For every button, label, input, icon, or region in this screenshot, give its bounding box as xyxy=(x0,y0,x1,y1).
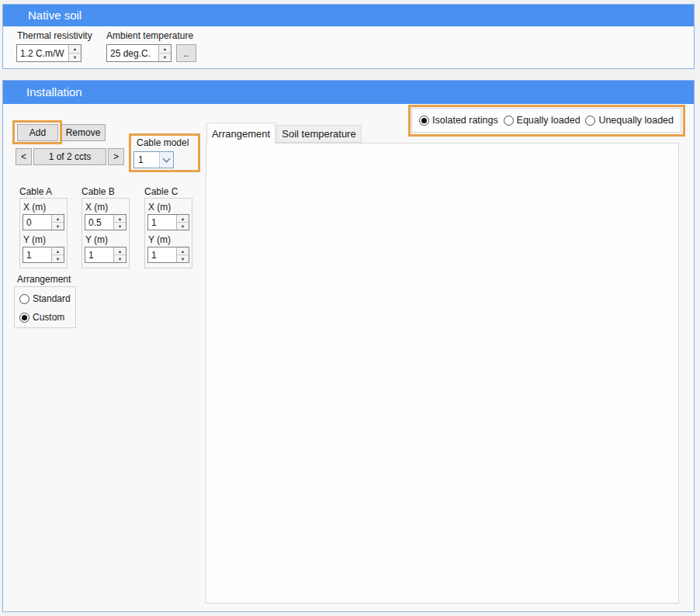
ambient-temperature-value[interactable]: 25 deg.C. xyxy=(107,45,158,61)
cable-b-y-value[interactable]: 1 xyxy=(85,247,113,262)
arrangement-groupbox: Standard Custom xyxy=(14,286,76,328)
circuit-counter[interactable]: 1 of 2 ccts xyxy=(33,148,106,165)
native-soil-title: Native soil xyxy=(3,9,81,22)
cable-model-value: 1 xyxy=(134,152,159,168)
radio-icon[interactable] xyxy=(585,116,595,126)
cable-a-column: Cable A X (m) 0 ▲▼ Y (m) 1 ▲▼ xyxy=(19,186,68,268)
cable-a-x-label: X (m) xyxy=(23,202,64,213)
arrangement-standard-radio[interactable]: Standard xyxy=(19,293,71,304)
arrangement-label: Arrangement xyxy=(17,274,71,285)
cable-c-name: Cable C xyxy=(144,186,192,197)
cable-b-x-value[interactable]: 0.5 xyxy=(85,215,113,230)
radio-selected-icon[interactable] xyxy=(19,313,29,323)
radio-icon[interactable] xyxy=(504,116,514,126)
app-window: Native soil Thermal resistivity 1.2 C.m/… xyxy=(0,0,700,616)
cable-a-y-spinbox[interactable]: 1 ▲▼ xyxy=(23,247,64,263)
unequally-loaded-label: Unequally loaded xyxy=(598,115,674,126)
spin-up-icon[interactable]: ▲ xyxy=(159,45,171,54)
radio-selected-icon[interactable] xyxy=(419,116,429,126)
standard-radio-label: Standard xyxy=(33,293,71,304)
ambient-temperature-spinbox[interactable]: 25 deg.C. ▲▼ xyxy=(106,44,172,62)
spin-up-icon[interactable]: ▲ xyxy=(177,247,189,255)
installation-title: Installation xyxy=(3,85,82,99)
cable-a-x-spinbox[interactable]: 0 ▲▼ xyxy=(23,214,64,230)
add-button[interactable]: Add xyxy=(17,124,58,141)
cable-a-y-value[interactable]: 1 xyxy=(23,247,51,262)
spinner-buttons: ▲▼ xyxy=(68,45,81,61)
spin-up-icon[interactable]: ▲ xyxy=(177,215,189,223)
spin-down-icon[interactable]: ▼ xyxy=(177,223,189,230)
tab-arrangement[interactable]: Arrangement xyxy=(206,123,275,144)
spin-up-icon[interactable]: ▲ xyxy=(52,247,64,255)
spin-down-icon[interactable]: ▼ xyxy=(159,54,171,61)
spin-down-icon[interactable]: ▼ xyxy=(69,54,81,61)
cable-c-column: Cable C X (m) 1 ▲▼ Y (m) 1 ▲▼ xyxy=(144,186,192,268)
custom-radio-label: Custom xyxy=(33,312,64,323)
spin-down-icon[interactable]: ▼ xyxy=(177,255,189,262)
equally-loaded-radio[interactable]: Equally loaded xyxy=(504,115,580,126)
cable-c-y-spinbox[interactable]: 1 ▲▼ xyxy=(147,247,189,263)
next-circuit-button[interactable]: > xyxy=(108,148,124,165)
thermal-resistivity-label: Thermal resistivity xyxy=(17,30,92,41)
spinner-buttons: ▲▼ xyxy=(113,215,126,230)
cable-model-dropdown[interactable]: 1 xyxy=(133,151,174,168)
spinner-buttons: ▲▼ xyxy=(158,45,171,61)
isolated-ratings-label: Isolated ratings xyxy=(432,115,498,126)
cable-c-x-label: X (m) xyxy=(148,202,189,213)
cable-c-x-spinbox[interactable]: 1 ▲▼ xyxy=(147,214,189,230)
spinner-buttons: ▲▼ xyxy=(51,215,64,230)
spinner-buttons: ▲▼ xyxy=(113,247,126,262)
prev-circuit-button[interactable]: < xyxy=(16,148,32,165)
arrangement-custom-radio[interactable]: Custom xyxy=(19,312,71,323)
cable-model-label: Cable model xyxy=(137,137,189,148)
spinner-buttons: ▲▼ xyxy=(176,247,189,262)
installation-header: Installation xyxy=(3,81,694,104)
cable-b-box: X (m) 0.5 ▲▼ Y (m) 1 ▲▼ xyxy=(81,198,130,268)
equally-loaded-label: Equally loaded xyxy=(517,115,580,126)
radio-icon[interactable] xyxy=(19,294,29,304)
cable-c-y-label: Y (m) xyxy=(148,234,189,245)
spin-down-icon[interactable]: ▼ xyxy=(114,223,126,230)
arrangement-tab-page xyxy=(206,143,679,604)
spinner-buttons: ▲▼ xyxy=(51,247,64,262)
loading-modes-group: Isolated ratings Equally loaded Unequall… xyxy=(411,108,681,133)
spin-down-icon[interactable]: ▼ xyxy=(52,223,64,230)
cable-a-x-value[interactable]: 0 xyxy=(23,215,51,230)
spin-up-icon[interactable]: ▲ xyxy=(114,247,126,255)
ambient-temperature-browse-button[interactable]: .. xyxy=(176,44,196,62)
spin-up-icon[interactable]: ▲ xyxy=(114,215,126,223)
native-soil-header: Native soil xyxy=(3,5,694,26)
cable-a-name: Cable A xyxy=(19,186,68,197)
thermal-resistivity-value[interactable]: 1.2 C.m/W xyxy=(17,45,68,61)
cable-c-x-value[interactable]: 1 xyxy=(148,215,176,230)
cable-b-name: Cable B xyxy=(81,186,130,197)
cable-a-box: X (m) 0 ▲▼ Y (m) 1 ▲▼ xyxy=(19,198,68,268)
tab-soil-temperature[interactable]: Soil temperature xyxy=(276,125,362,143)
cable-c-box: X (m) 1 ▲▼ Y (m) 1 ▲▼ xyxy=(144,198,192,268)
cable-b-y-label: Y (m) xyxy=(85,234,126,245)
cable-b-x-spinbox[interactable]: 0.5 ▲▼ xyxy=(85,214,126,230)
spinner-buttons: ▲▼ xyxy=(176,215,189,230)
cable-b-y-spinbox[interactable]: 1 ▲▼ xyxy=(85,247,126,263)
ambient-temperature-label: Ambient temperature xyxy=(106,30,193,41)
isolated-ratings-radio[interactable]: Isolated ratings xyxy=(419,115,498,126)
cable-a-y-label: Y (m) xyxy=(23,234,64,245)
cable-b-column: Cable B X (m) 0.5 ▲▼ Y (m) 1 ▲▼ xyxy=(81,186,130,268)
remove-button[interactable]: Remove xyxy=(61,124,106,141)
spin-down-icon[interactable]: ▼ xyxy=(114,255,126,262)
spin-up-icon[interactable]: ▲ xyxy=(52,215,64,223)
unequally-loaded-radio[interactable]: Unequally loaded xyxy=(585,115,674,126)
cable-c-y-value[interactable]: 1 xyxy=(148,247,176,262)
cable-b-x-label: X (m) xyxy=(85,202,126,213)
thermal-resistivity-spinbox[interactable]: 1.2 C.m/W ▲▼ xyxy=(16,44,81,62)
spin-down-icon[interactable]: ▼ xyxy=(52,255,64,262)
chevron-down-icon[interactable] xyxy=(159,152,173,168)
spin-up-icon[interactable]: ▲ xyxy=(69,45,81,54)
